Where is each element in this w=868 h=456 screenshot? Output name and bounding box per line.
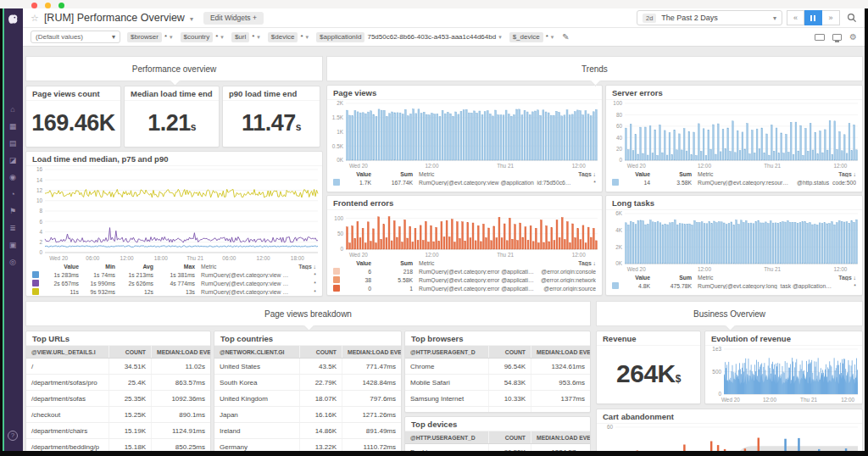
widget-load-time-chart[interactable]: Load time end median, p75 and p90 161412…	[25, 151, 323, 297]
legend-swatch[interactable]	[333, 179, 340, 186]
table-header-row[interactable]: @VIEW.URL_DETAILS.ICOUNTMEDIAN:LOAD EVEN…	[26, 346, 210, 359]
settings-gear-icon[interactable]: ⚙	[849, 33, 857, 42]
widget-revenue[interactable]: Revenue 264K$	[596, 331, 701, 404]
long-tasks-chart[interactable]: 6K4K2K0KWed 2012:00Thu 2112:00	[606, 210, 862, 273]
table-row[interactable]: United States43.5K771.47ms	[214, 359, 401, 375]
widget-top-countries[interactable]: Top countries @NETWORK.CLIENT.GICOUNTMED…	[214, 331, 402, 451]
group-header-performance[interactable]: Performance overview	[25, 56, 323, 81]
table-row[interactable]: Samsung Internet10.33K1377ms	[405, 391, 590, 407]
widget-median-load-time[interactable]: Median load time end 1.21s	[124, 86, 220, 147]
time-backward-button[interactable]: «	[787, 10, 804, 25]
keyboard-shortcuts-icon[interactable]	[815, 34, 825, 41]
widget-page-views[interactable]: Page views 2K1.5K1K0.5K0KWed 2012:00Thu …	[326, 85, 603, 192]
minimize-window-button[interactable]	[45, 3, 51, 8]
legend-swatch[interactable]	[333, 268, 340, 275]
table-row[interactable]: Mobile Safari54.83K953.6ms	[405, 375, 590, 391]
load-time-chart[interactable]: 1614121086420Wed 2006:0012:0018:00Thu 21…	[26, 166, 322, 262]
widget-cart-abandonment[interactable]: Cart abandonment 6040	[596, 409, 863, 451]
cart-abandonment-chart[interactable]: 6040	[597, 424, 862, 451]
frontend-errors-legend[interactable]: ValueSumMetricTags ↓6218RumQuery(@evt.ca…	[327, 259, 602, 292]
frontend-errors-chart[interactable]: 100500Wed 2012:00Thu 2112:00	[327, 210, 602, 259]
legend-swatch[interactable]	[612, 282, 619, 289]
table-row[interactable]: /department/sofas25.35K1092.36ms	[26, 391, 210, 407]
table-header-row[interactable]: @NETWORK.CLIENT.GICOUNTMEDIAN:LOAD EVENT	[214, 346, 401, 359]
server-errors-legend[interactable]: ValueSumMetricTags ↓143.58KRumQuery(@evt…	[606, 170, 862, 186]
widget-top-urls[interactable]: Top URLs @VIEW.URL_DETAILS.ICOUNTMEDIAN:…	[25, 331, 211, 451]
legend-swatch[interactable]	[32, 288, 39, 295]
datadog-logo[interactable]	[7, 13, 19, 25]
table-row[interactable]: /checkout15.25K890.1ms	[26, 407, 210, 423]
table-row[interactable]: United Kingdom18.07K797.6ms	[214, 391, 401, 407]
pause-refresh-button[interactable]	[804, 10, 822, 25]
tv-mode-icon[interactable]	[832, 34, 842, 41]
legend-swatch[interactable]	[32, 280, 39, 286]
template-var-browser[interactable]: $browser*▾	[127, 32, 173, 42]
logs-icon[interactable]: ≣	[9, 224, 17, 232]
table-header-row[interactable]: @HTTP.USERAGENT_DCOUNTMEDIAN:LOAD EVENT	[405, 431, 590, 444]
saved-views-select[interactable]: (Default values) ▾	[31, 31, 120, 43]
top-countries-table[interactable]: @NETWORK.CLIENT.GICOUNTMEDIAN:LOAD EVENT…	[214, 346, 401, 451]
help-button[interactable]: ?	[8, 431, 18, 441]
monitors-icon[interactable]: ◪	[9, 156, 17, 164]
security-icon[interactable]: ▣	[9, 241, 17, 249]
close-window-button[interactable]	[31, 3, 37, 8]
time-forward-button[interactable]: »	[822, 10, 840, 25]
apm-icon[interactable]: ◔	[9, 190, 17, 198]
table-row[interactable]: Chrome96.54K1324.61ms	[405, 359, 590, 375]
group-header-business[interactable]: Business Overview	[596, 301, 863, 326]
template-var-_device[interactable]: $_device*▾	[509, 32, 554, 42]
table-row[interactable]: South Korea22.79K1428.84ms	[214, 375, 401, 391]
table-row[interactable]: Chrome Mobile7.75K1325.88ms	[405, 407, 590, 413]
zoom-search-button[interactable]	[847, 13, 857, 23]
table-row[interactable]: Ireland14.86K891.49ms	[214, 423, 401, 439]
events-icon[interactable]: ⌂	[9, 105, 17, 114]
infrastructure-icon[interactable]: ▤	[9, 139, 17, 147]
table-row[interactable]: /34.51K11.02s	[26, 359, 210, 375]
table-row[interactable]: Germany13.22K1110.72ms	[214, 439, 401, 451]
widget-server-errors[interactable]: Server errors 100806040200Wed 2012:00Thu…	[605, 85, 863, 192]
template-var-device[interactable]: $device*▾	[268, 32, 309, 42]
template-var-country[interactable]: $country*▾	[181, 32, 224, 42]
widget-revenue-evolution[interactable]: Evolution of revenue 1e35000Wed 2012:00T…	[704, 331, 863, 404]
time-range-picker[interactable]: 2d The Past 2 Days ▾	[637, 10, 782, 25]
widget-top-devices[interactable]: Top devices @HTTP.USERAGENT_DCOUNTMEDIAN…	[404, 416, 591, 451]
favorite-star-icon[interactable]: ☆	[31, 13, 39, 24]
template-var-applicationId[interactable]: $applicationId75d50c62-8b66-403c-a453-aa…	[316, 32, 502, 42]
top-urls-table[interactable]: @VIEW.URL_DETAILS.ICOUNTMEDIAN:LOAD EVEN…	[26, 346, 210, 451]
edit-template-vars-icon[interactable]: ✎	[562, 32, 569, 42]
widget-long-tasks[interactable]: Long tasks 6K4K2K0KWed 2012:00Thu 2112:0…	[605, 195, 863, 296]
top-devices-table[interactable]: @HTTP.USERAGENT_DCOUNTMEDIAN:LOAD EVENTD…	[405, 431, 590, 451]
legend-swatch[interactable]	[333, 276, 340, 283]
legend-swatch[interactable]	[612, 179, 619, 186]
ux-monitoring-icon[interactable]: ◎	[9, 258, 17, 266]
legend-swatch[interactable]	[333, 285, 340, 292]
widget-frontend-errors[interactable]: Frontend errors 100500Wed 2012:00Thu 211…	[326, 195, 603, 296]
synthetics-icon[interactable]: ⚑	[9, 207, 17, 215]
dashboards-icon[interactable]: ▦	[9, 122, 17, 131]
group-header-trends[interactable]: Trends	[326, 56, 863, 81]
table-row[interactable]: /department/chairs15.19K1124.91ms	[26, 423, 210, 439]
title-chevron-down-icon[interactable]: ▾	[190, 15, 193, 23]
table-row[interactable]: /department/bedding/p15.18K850.25ms	[26, 439, 210, 451]
legend-swatch[interactable]	[32, 271, 39, 278]
long-tasks-legend[interactable]: ValueSumMetricTags ↓4.8K475.78KRumQuery(…	[606, 273, 862, 289]
edit-widgets-button[interactable]: Edit Widgets +	[203, 12, 264, 25]
maximize-window-button[interactable]	[58, 3, 64, 8]
template-var-url[interactable]: $url*▾	[231, 32, 260, 42]
widget-page-views-count[interactable]: Page views count 169.46K	[25, 86, 121, 147]
table-row[interactable]: /department/sofas/pro25.4K863.57ms	[26, 375, 210, 391]
table-header-row[interactable]: @HTTP.USERAGENT_DCOUNTMEDIAN:LOAD EVENT	[405, 346, 590, 359]
widget-top-browsers[interactable]: Top browsers @HTTP.USERAGENT_DCOUNTMEDIA…	[404, 331, 591, 413]
table-row[interactable]: Japan16.16K1271.26ms	[214, 407, 401, 423]
group-header-breakdown[interactable]: Page views breakdown	[25, 301, 591, 326]
top-browsers-table[interactable]: @HTTP.USERAGENT_DCOUNTMEDIAN:LOAD EVENTC…	[405, 346, 590, 413]
revenue-evolution-chart[interactable]: 1e35000Wed 2012:00Thu 2112:00	[705, 346, 862, 403]
server-errors-chart[interactable]: 100806040200Wed 2012:00Thu 2112:00	[606, 100, 862, 170]
page-views-chart[interactable]: 2K1.5K1K0.5K0KWed 2012:00Thu 2112:00	[327, 100, 602, 170]
time-range-chevron-icon: ▾	[773, 14, 776, 22]
table-row[interactable]: Desktop96.55K1324.57ms	[405, 444, 590, 451]
widget-p90-load-time[interactable]: p90 load time end 11.47s	[222, 86, 320, 147]
metrics-icon[interactable]: ◉	[9, 173, 17, 181]
page-views-legend[interactable]: ValueSumMetricTags ↓1.7K167.74KRumQuery(…	[327, 170, 602, 186]
load-time-legend[interactable]: ValueMinAvgMaxMetricTags ↓1s 283ms1s 74m…	[26, 262, 322, 295]
